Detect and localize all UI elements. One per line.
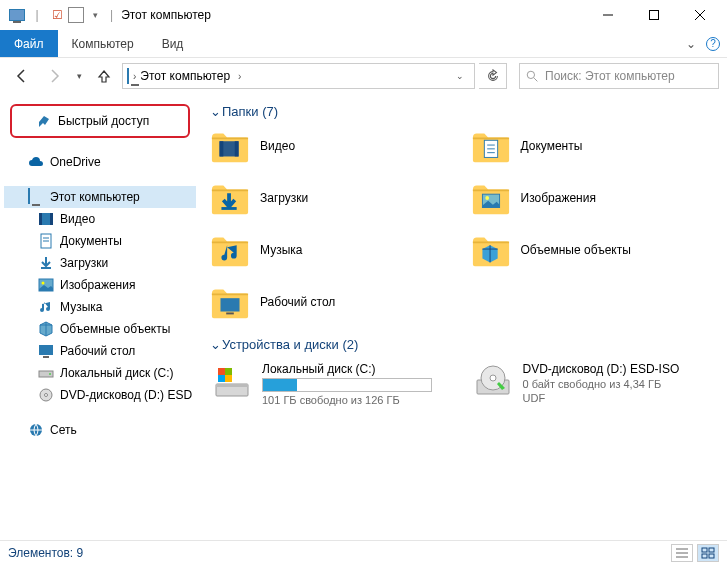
disc-icon [38, 387, 54, 403]
svg-rect-22 [220, 141, 224, 156]
sidebar-onedrive[interactable]: OneDrive [4, 151, 196, 173]
svg-line-5 [534, 78, 537, 81]
svg-rect-38 [225, 375, 232, 382]
svg-point-29 [485, 196, 489, 200]
forward-button[interactable] [40, 62, 68, 90]
folder-icon [471, 179, 511, 217]
tab-view[interactable]: Вид [148, 30, 198, 57]
maximize-button[interactable] [631, 0, 677, 30]
folder-icon [210, 231, 250, 269]
qat-dropdown-icon[interactable]: ▾ [86, 6, 104, 24]
sidebar-item-label: Рабочий стол [60, 344, 135, 358]
picture-icon [38, 277, 54, 293]
svg-point-41 [490, 375, 496, 381]
ribbon-expand-icon[interactable]: ⌄ [683, 36, 699, 52]
group-label: Устройства и диски (2) [222, 337, 358, 352]
svg-rect-31 [226, 312, 234, 314]
breadcrumb[interactable]: Этот компьютер [140, 69, 230, 83]
chevron-right-icon[interactable]: › [238, 71, 241, 82]
sidebar-this-pc[interactable]: Этот компьютер [4, 186, 196, 208]
svg-rect-14 [39, 345, 53, 355]
folder-label: Объемные объекты [521, 243, 631, 257]
group-label: Папки (7) [222, 104, 278, 119]
pc-icon [28, 189, 44, 205]
group-folders-header[interactable]: ⌄ Папки (7) [208, 98, 719, 125]
svg-rect-15 [43, 356, 49, 358]
properties-icon[interactable]: ☑ [48, 6, 66, 24]
sidebar-item-video[interactable]: Видео [4, 208, 196, 230]
folder-label: Видео [260, 139, 295, 153]
film-icon [38, 211, 54, 227]
close-button[interactable] [677, 0, 723, 30]
folder-label: Изображения [521, 191, 596, 205]
sidebar-item-label: Загрузки [60, 256, 108, 270]
qat-sep2: | [110, 8, 113, 22]
sidebar-item-label: Локальный диск (C:) [60, 366, 174, 380]
sidebar-quick-access[interactable]: Быстрый доступ [12, 110, 188, 132]
up-button[interactable] [90, 62, 118, 90]
group-devices-header[interactable]: ⌄ Устройства и диски (2) [208, 331, 719, 358]
chevron-right-icon: › [133, 71, 136, 82]
dvd-drive[interactable]: DVD-дисковод (D:) ESD-ISO0 байт свободно… [469, 358, 720, 410]
refresh-button[interactable] [479, 63, 507, 89]
sidebar-item-label: DVD-дисковод (D:) ESD [60, 388, 192, 402]
address-bar[interactable]: › Этот компьютер › ⌄ [122, 63, 475, 89]
sidebar-item-pictures[interactable]: Изображения [4, 274, 196, 296]
folder-desktop[interactable]: Рабочий стол [208, 281, 459, 323]
svg-point-13 [42, 282, 45, 285]
music-icon [38, 299, 54, 315]
disk-subtext: 0 байт свободно из 4,34 ГБ [523, 378, 680, 390]
svg-point-17 [49, 373, 51, 375]
cloud-icon [28, 154, 44, 170]
help-button[interactable]: ? [705, 36, 721, 52]
sidebar-item-documents[interactable]: Документы [4, 230, 196, 252]
svg-rect-7 [39, 213, 42, 225]
folder-music[interactable]: Музыка [208, 229, 459, 271]
disk-subtext: 101 ГБ свободно из 126 ГБ [262, 394, 432, 406]
folder-label: Рабочий стол [260, 295, 335, 309]
qat-item-icon[interactable] [68, 7, 84, 23]
back-button[interactable] [8, 62, 36, 90]
history-dropdown-icon[interactable]: ▾ [72, 62, 86, 90]
sidebar-item-dvd[interactable]: DVD-дисковод (D:) ESD [4, 384, 196, 406]
svg-rect-45 [702, 548, 707, 552]
sidebar-network[interactable]: Сеть [4, 419, 196, 441]
document-icon [38, 233, 54, 249]
sidebar-item-desktop[interactable]: Рабочий стол [4, 340, 196, 362]
disk-label: DVD-дисковод (D:) ESD-ISO [523, 362, 680, 376]
svg-rect-46 [709, 548, 714, 552]
search-placeholder: Поиск: Этот компьютер [545, 69, 675, 83]
folder-icon [471, 127, 511, 165]
status-count: Элементов: 9 [8, 546, 83, 560]
sidebar-item-label: Изображения [60, 278, 135, 292]
svg-rect-23 [235, 141, 239, 156]
qat-sep: | [28, 6, 46, 24]
folder-pictures[interactable]: Изображения [469, 177, 720, 219]
drive-icon [212, 362, 252, 402]
desktop-icon [38, 343, 54, 359]
details-view-button[interactable] [671, 544, 693, 562]
folder-video[interactable]: Видео [208, 125, 459, 167]
local-disk[interactable]: Локальный диск (C:)101 ГБ свободно из 12… [208, 358, 459, 410]
tab-computer[interactable]: Компьютер [58, 30, 148, 57]
sidebar-item-3dobjects[interactable]: Объемные объекты [4, 318, 196, 340]
tiles-view-button[interactable] [697, 544, 719, 562]
sidebar-item-downloads[interactable]: Загрузки [4, 252, 196, 274]
sidebar-item-label: Объемные объекты [60, 322, 170, 336]
search-input[interactable]: Поиск: Этот компьютер [519, 63, 719, 89]
tab-file[interactable]: Файл [0, 30, 58, 57]
download-icon [38, 255, 54, 271]
chevron-down-icon: ⌄ [208, 104, 222, 119]
sidebar-item-local-disk[interactable]: Локальный диск (C:) [4, 362, 196, 384]
folder-docs[interactable]: Документы [469, 125, 720, 167]
sidebar-item-label: Сеть [50, 423, 77, 437]
sidebar-item-music[interactable]: Музыка [4, 296, 196, 318]
svg-rect-1 [650, 11, 659, 20]
minimize-button[interactable] [585, 0, 631, 30]
disk-subtext2: UDF [523, 392, 680, 404]
folder-downloads[interactable]: Загрузки [208, 177, 459, 219]
app-icon [8, 6, 26, 24]
address-dropdown-icon[interactable]: ⌄ [450, 71, 470, 81]
folder-3d[interactable]: Объемные объекты [469, 229, 720, 271]
sidebar-item-label: OneDrive [50, 155, 101, 169]
